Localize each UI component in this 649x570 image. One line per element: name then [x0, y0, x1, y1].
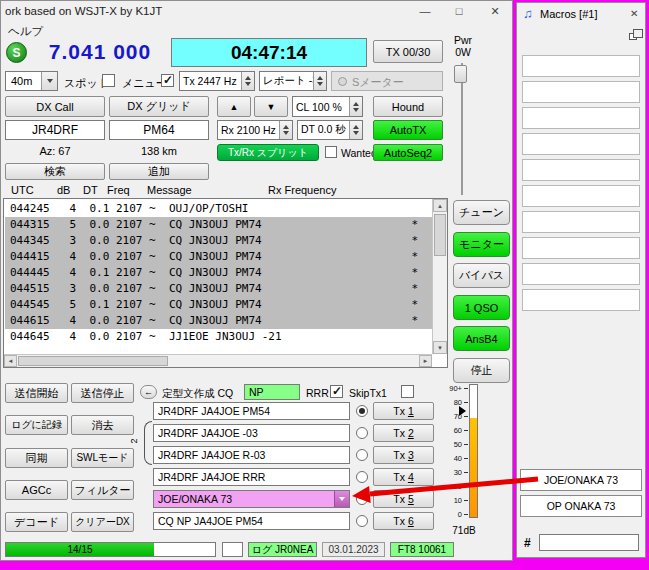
macro-slot[interactable]	[522, 55, 640, 77]
decode-row[interactable]: 044615 4 0.0 2107 ~ CQ JN3OUJ PM74*	[5, 313, 432, 329]
tx1-message-field[interactable]: JR4DRF JA4JOE PM54	[153, 402, 350, 420]
macro-slot[interactable]	[522, 159, 640, 181]
scroll-up-icon[interactable]: ▲	[433, 199, 447, 212]
macro-slot[interactable]	[522, 185, 640, 207]
macros-titlebar[interactable]: ♫ Macros [#1] ✕	[517, 3, 645, 25]
hound-button[interactable]: Hound	[373, 96, 443, 117]
tx5-dropdown-icon[interactable]	[334, 491, 349, 507]
monitor-button[interactable]: モニター	[453, 232, 510, 257]
menu-help[interactable]: ヘルプ	[8, 24, 43, 39]
macro-slot[interactable]	[522, 107, 640, 129]
swl-mode-button[interactable]: SWLモード	[71, 448, 134, 468]
macro-slot[interactable]	[522, 133, 640, 155]
add-button[interactable]: 追加	[109, 163, 209, 180]
status-s-button[interactable]: S	[6, 42, 27, 63]
pwr-slider[interactable]	[453, 63, 471, 195]
decode-row[interactable]: 044545 5 0.1 2107 ~ CQ JN3OUJ PM74*	[5, 297, 432, 313]
decode-row[interactable]: 044315 5 0.0 2107 ~ CQ JN3OUJ PM74*	[5, 217, 432, 233]
tx1-radio[interactable]	[356, 405, 368, 417]
back-button[interactable]: ←	[140, 385, 157, 399]
tx5-button[interactable]: Tx5	[373, 490, 434, 508]
autoseq-button[interactable]: AutoSeq2	[373, 144, 443, 161]
ansb4-button[interactable]: AnsB4	[453, 326, 510, 351]
scroll-thumb[interactable]	[434, 214, 446, 256]
scroll-right-icon[interactable]: ►	[419, 355, 432, 367]
macro-slot[interactable]	[522, 211, 640, 233]
clear-dx-button[interactable]: クリアーDX	[71, 512, 134, 532]
pwr-slider-handle[interactable]	[454, 65, 467, 83]
macro-item[interactable]: OP ONAKA 73	[520, 495, 642, 517]
decode-row[interactable]: 044345 3 0.0 2107 ~ CQ JN3OUJ PM74*	[5, 233, 432, 249]
macro-slot[interactable]	[522, 237, 640, 259]
horizontal-scrollbar[interactable]: ◄ ►	[4, 354, 432, 367]
decode-row[interactable]: 044245 4 0.1 2107 ~ OUJ/OP/TOSHI	[5, 201, 432, 217]
tx4-message-field[interactable]: JR4DRF JA4JOE RRR	[153, 468, 350, 486]
one-qso-button[interactable]: 1 QSO	[453, 295, 510, 320]
tx3-message-field[interactable]: JR4DRF JA4JOE R-03	[153, 446, 350, 464]
spinner-arrows-icon[interactable]	[279, 121, 292, 139]
spot-checkbox[interactable]	[102, 74, 115, 87]
decode-row[interactable]: 044415 4 0.0 2107 ~ CQ JN3OUJ PM74*	[5, 249, 432, 265]
macro-slot[interactable]	[522, 289, 640, 311]
freq-down-button[interactable]: ▼	[254, 96, 288, 117]
macro-slot[interactable]	[522, 263, 640, 285]
close-icon[interactable]: ✕	[630, 8, 638, 19]
dx-grid-field[interactable]: PM64	[109, 120, 209, 140]
erase-button[interactable]: 消去	[71, 415, 134, 435]
dx-call-button[interactable]: DX Call	[5, 96, 105, 117]
tx4-radio[interactable]	[356, 471, 368, 483]
tx-start-button[interactable]: 送信開始	[5, 383, 68, 403]
tx6-message-field[interactable]: CQ NP JA4JOE PM54	[153, 512, 350, 530]
tx1-button[interactable]: Tx1	[373, 402, 434, 420]
macro-input[interactable]	[539, 534, 639, 551]
scroll-left-icon[interactable]: ◄	[4, 355, 17, 367]
filter-button[interactable]: フィルター	[71, 480, 134, 500]
band-dropdown-icon[interactable]	[41, 72, 57, 90]
bypass-button[interactable]: バイパス	[453, 263, 510, 288]
dt-spinner[interactable]: DT 0.0 秒	[297, 120, 363, 140]
tx5-radio[interactable]	[356, 493, 368, 505]
maximize-button[interactable]: □	[443, 1, 475, 21]
dx-call-field[interactable]: JR4DRF	[5, 120, 105, 140]
close-icon[interactable]: ✕	[477, 1, 513, 21]
spinner-arrows-icon[interactable]	[313, 72, 326, 90]
tx3-button[interactable]: Tx3	[373, 446, 434, 464]
tx5-message-combo[interactable]: JOE/ONAKA 73	[153, 490, 350, 508]
cl-spinner[interactable]: CL 100 %	[292, 96, 363, 117]
tx2-radio[interactable]	[356, 427, 368, 439]
agcc-button[interactable]: AGCc	[5, 480, 68, 500]
txrx-split-button[interactable]: Tx/Rx スプリット	[217, 144, 319, 161]
menu-checkbox[interactable]	[161, 74, 174, 87]
log-qso-button[interactable]: ログに記録	[5, 415, 68, 435]
scroll-thumb[interactable]	[18, 356, 168, 366]
rrr-checkbox[interactable]	[330, 385, 343, 398]
band-select[interactable]: 40m	[5, 71, 58, 91]
skip-tx1-checkbox[interactable]	[401, 385, 414, 398]
titlebar[interactable]: ork based on WSJT-X by K1JT — □ ✕	[1, 1, 512, 21]
spinner-arrows-icon[interactable]	[349, 97, 362, 116]
cq-direction-field[interactable]: NP	[244, 384, 300, 400]
tx6-button[interactable]: Tx6	[373, 512, 434, 530]
dx-grid-button[interactable]: DX グリッド	[109, 96, 209, 117]
decode-button[interactable]: デコード	[5, 512, 68, 532]
search-button[interactable]: 検索	[5, 163, 105, 180]
tx-period-button[interactable]: TX 00/30	[373, 40, 443, 63]
tx6-radio[interactable]	[356, 515, 368, 527]
freq-up-button[interactable]: ▲	[217, 96, 251, 117]
minimize-button[interactable]: —	[409, 1, 441, 21]
scroll-down-icon[interactable]: ▼	[433, 341, 447, 354]
decode-row[interactable]: 044515 3 0.0 2107 ~ CQ JN3OUJ PM74*	[5, 281, 432, 297]
tx2-button[interactable]: Tx2	[373, 424, 434, 442]
spinner-arrows-icon[interactable]	[241, 72, 254, 90]
halt-button[interactable]: 停止	[453, 358, 510, 383]
macro-slot[interactable]	[522, 81, 640, 103]
tx4-button[interactable]: Tx4	[373, 468, 434, 486]
wanted-checkbox[interactable]	[325, 146, 337, 158]
rx-offset-spinner[interactable]: Rx 2100 Hz	[217, 120, 293, 140]
decode-row[interactable]: 044645 4 0.0 2107 ~ JJ1EOE JN3OUJ -21	[5, 329, 432, 345]
tx2-message-field[interactable]: JR4DRF JA4JOE -03	[153, 424, 350, 442]
report-spinner[interactable]: レポート -3	[259, 71, 327, 91]
decode-row[interactable]: 044445 4 0.1 2107 ~ CQ JN3OUJ PM74*	[5, 265, 432, 281]
autotx-button[interactable]: AutoTX	[373, 120, 443, 140]
tx-stop-button[interactable]: 送信停止	[71, 383, 134, 403]
